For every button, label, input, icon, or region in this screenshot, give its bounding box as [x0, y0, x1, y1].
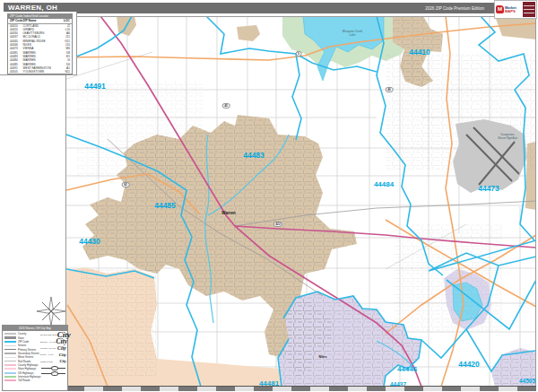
col-zip-name: ZIP Name — [23, 19, 60, 23]
city-size-sample: City — [56, 338, 68, 345]
legend-line-sample — [4, 372, 16, 374]
city-size-label: Under 5,000 — [40, 361, 53, 363]
legend-city-sizes: 50,000 and OverCity25,000 - 49,999City10… — [40, 332, 66, 382]
legend-line-sample — [4, 361, 16, 362]
city-size-sample: City — [57, 345, 66, 351]
city-size-label: 10,000 - 24,999 — [40, 347, 56, 350]
zip-index-row: 44505YOUNGSTOWNN11 — [8, 70, 72, 74]
zip-index-table: ZIP Code Index/Grid Locator ZIP Code ZIP… — [7, 13, 73, 74]
logo-brand: MarketMAPS — [505, 6, 516, 13]
compass-rose-icon — [36, 296, 66, 327]
legend-city-size-row: 10,000 - 24,999City — [40, 345, 66, 352]
legend-line-sample — [4, 345, 16, 346]
legend-scale-sample — [40, 371, 66, 376]
map-canvas — [0, 0, 538, 392]
legend-line-sample — [4, 336, 16, 339]
legend-line-items: CountyStateZIP CodeStreetsPrimary Street… — [4, 332, 40, 382]
city-size-label: 50,000 and Over — [40, 334, 57, 336]
legend-box: 2026 Warren, OH City Map CountyStateZIP … — [2, 325, 68, 391]
legend-body: CountyStateZIP CodeStreetsPrimary Street… — [3, 331, 67, 382]
city-size-label: 5,000 - 9,999 — [40, 353, 54, 356]
legend-city-size-row: 5,000 - 9,999City — [40, 352, 66, 358]
legend-line-sample — [4, 353, 16, 353]
zip-index-rows: 44410CORTLANDJ244420GIRARDL1044430LEAVIT… — [8, 24, 72, 74]
map-neatline — [65, 386, 536, 391]
legend-line-sample — [4, 357, 16, 358]
publisher-logo: M MarketMAPS — [494, 0, 537, 19]
zip-index-cell: 44505 — [8, 70, 23, 74]
legend-line-sample — [4, 379, 16, 381]
scale-bar-marker — [51, 366, 58, 370]
col-zip-code: ZIP Code — [8, 19, 23, 23]
header-bar: WARREN, OH 2026 ZIP Code Premium Edition — [4, 3, 534, 13]
logo-monogram-icon: M — [496, 5, 504, 13]
scale-bar-marker — [51, 371, 58, 376]
logo-badge — [523, 2, 535, 17]
legend-city-size-row: 25,000 - 49,999City — [40, 338, 66, 344]
zip-index-cell: N11 — [59, 70, 72, 74]
legend-city-size-row: Under 5,000City — [40, 359, 66, 365]
edition-label: 2026 ZIP Code Premium Edition — [425, 6, 484, 11]
city-size-sample: City — [59, 353, 66, 357]
map-title: WARREN, OH — [8, 4, 57, 12]
legend-line-sample — [4, 368, 16, 370]
city-size-sample: City — [60, 360, 67, 364]
legend-line-sample — [4, 341, 16, 343]
legend-line-label: Toll Roads — [18, 379, 30, 382]
legend-line-sample — [4, 364, 16, 366]
legend-line-sample — [4, 333, 16, 335]
city-size-label: 25,000 - 49,999 — [40, 341, 56, 344]
col-loc: LOC — [59, 19, 72, 23]
zip-index-cell: YOUNGSTOWN — [23, 70, 60, 74]
legend-line-sample — [4, 349, 16, 351]
legend-scale-sample — [40, 366, 66, 370]
legend-line-item: Toll Roads — [4, 379, 40, 382]
legend-line-sample — [4, 376, 16, 379]
map-poster: 4449144410444834448544484444734443044481… — [0, 0, 538, 392]
